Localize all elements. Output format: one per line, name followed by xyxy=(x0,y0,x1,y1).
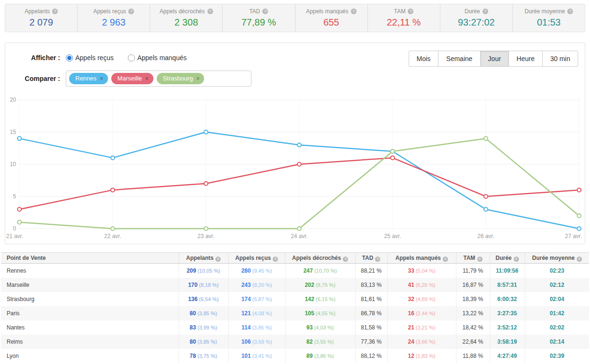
x-tick-label: 21 avr. xyxy=(6,233,23,240)
info-icon[interactable] xyxy=(408,9,413,14)
tag-remove-icon[interactable] xyxy=(196,76,199,81)
stat-label-text: Appels reçus xyxy=(93,8,126,15)
info-icon[interactable] xyxy=(514,257,519,262)
data-point-marseille[interactable] xyxy=(111,188,115,192)
tag-label: Marseille xyxy=(117,75,142,81)
cell-point-de-vente: Nantes xyxy=(1,320,179,335)
radio-option[interactable]: Appels reçus xyxy=(66,54,114,62)
tag-label: Strasbourg xyxy=(163,75,193,81)
cell-point-de-vente: Marseille xyxy=(1,278,179,292)
stat-label-text: TAD xyxy=(249,8,260,15)
data-point-rennes[interactable] xyxy=(577,227,581,231)
data-point-strasbourg[interactable] xyxy=(111,227,115,231)
data-point-rennes[interactable] xyxy=(484,207,488,211)
value-main: 80 xyxy=(190,338,196,345)
compare-tag[interactable]: Strasbourg xyxy=(157,73,205,84)
data-point-marseille[interactable] xyxy=(577,188,581,192)
value-main: 41 xyxy=(408,282,414,288)
data-point-rennes[interactable] xyxy=(297,143,301,147)
info-icon[interactable] xyxy=(52,9,58,14)
column-header-appels-d-croch-s: Appels décrochés xyxy=(285,253,355,264)
column-header-dur-e-moyenne: Durée moyenne xyxy=(525,253,589,264)
data-point-strasbourg[interactable] xyxy=(204,227,208,231)
data-point-marseille[interactable] xyxy=(484,195,488,198)
data-point-marseille[interactable] xyxy=(391,156,394,160)
data-point-strasbourg[interactable] xyxy=(577,214,581,218)
table-header: Point de VenteAppelantsAppels reçusAppel… xyxy=(1,253,589,264)
cell-duree-moyenne: 02:23 xyxy=(525,264,589,278)
x-tick-label: 23 avr. xyxy=(197,233,215,240)
info-icon[interactable] xyxy=(443,257,448,262)
data-point-marseille[interactable] xyxy=(297,162,301,166)
info-icon[interactable] xyxy=(577,257,582,262)
column-header-label: Durée xyxy=(495,255,511,261)
radio-button-selected[interactable] xyxy=(66,54,73,62)
data-point-strasbourg[interactable] xyxy=(18,220,21,224)
value-main: 12 xyxy=(408,353,414,359)
info-icon[interactable] xyxy=(273,257,278,262)
info-icon[interactable] xyxy=(477,257,483,262)
period-button-group: MoisSemaineJourHeure30 min xyxy=(409,51,578,67)
period-button-semaine[interactable]: Semaine xyxy=(438,51,480,67)
data-point-rennes[interactable] xyxy=(111,156,115,160)
data-point-strasbourg[interactable] xyxy=(391,150,394,153)
radio-label: Appels reçus xyxy=(75,54,114,62)
tag-remove-icon[interactable] xyxy=(100,76,103,81)
stat-cell: Durée moyenne01:53 xyxy=(513,4,585,32)
value-percent: (6,15 %) xyxy=(316,296,336,302)
table-row: Marseille170(8,18 %)243(8,20 %)202(8,75 … xyxy=(1,278,589,292)
y-tick-label: 5 xyxy=(13,193,16,200)
period-button-jour[interactable]: Jour xyxy=(480,51,509,67)
column-header-point-de-vente: Point de Vente xyxy=(1,253,179,264)
radio-button[interactable] xyxy=(128,54,135,62)
info-icon[interactable] xyxy=(343,257,348,262)
info-icon[interactable] xyxy=(375,257,380,262)
compare-tag[interactable]: Rennes xyxy=(69,73,108,84)
value-percent: (3,58 %) xyxy=(252,339,272,345)
info-icon[interactable] xyxy=(207,9,213,14)
stat-label: Appels décrochés xyxy=(160,8,213,15)
period-button-mois[interactable]: Mois xyxy=(409,51,439,67)
stat-cell: Appels reçus2 963 xyxy=(78,4,150,32)
data-point-rennes[interactable] xyxy=(18,137,21,141)
info-icon[interactable] xyxy=(128,9,134,14)
cell-appels-decroches: 93(4,03 %) xyxy=(285,320,355,335)
data-point-strasbourg[interactable] xyxy=(297,227,301,231)
radio-option[interactable]: Appels manqués xyxy=(128,54,187,62)
info-icon[interactable] xyxy=(262,9,268,14)
stat-label-text: Durée moyenne xyxy=(525,8,565,15)
compare-tag[interactable]: Marseille xyxy=(111,73,153,84)
cell-tam: 13,22 % xyxy=(456,306,490,320)
period-button-heure[interactable]: Heure xyxy=(509,51,543,67)
period-button-30-min[interactable]: 30 min xyxy=(542,51,578,67)
stat-value: 2 963 xyxy=(102,17,125,28)
data-point-strasbourg[interactable] xyxy=(484,137,488,141)
value-percent: (1,83 %) xyxy=(416,353,436,359)
info-icon[interactable] xyxy=(567,9,573,14)
info-icon[interactable] xyxy=(483,9,488,14)
stat-label-text: Appelants xyxy=(25,8,50,15)
cell-duree: 4:27:49 xyxy=(490,349,525,363)
cell-duree-moyenne: 01:42 xyxy=(525,306,589,320)
tag-remove-icon[interactable] xyxy=(145,76,149,81)
radio-label: Appels manqués xyxy=(137,54,187,62)
comparer-label: Comparer : xyxy=(22,75,60,82)
info-icon[interactable] xyxy=(351,9,357,14)
value-main: 89 xyxy=(306,353,313,359)
cell-duree: 3:52:12 xyxy=(490,320,525,335)
info-icon[interactable] xyxy=(215,257,221,262)
data-point-marseille[interactable] xyxy=(18,207,21,211)
y-tick-label: 10 xyxy=(10,161,17,168)
cell-tam: 18,42 % xyxy=(456,320,490,335)
compare-tag-input[interactable]: RennesMarseilleStrasbourg xyxy=(66,71,251,87)
column-header-label: Appelants xyxy=(186,255,214,261)
stat-value: 01:53 xyxy=(537,17,561,28)
table-row: Lyon78(3,75 %)101(3,41 %)89(3,86 %)88,12… xyxy=(1,349,589,363)
cell-duree-moyenne: 02:39 xyxy=(525,349,589,363)
data-point-marseille[interactable] xyxy=(204,182,208,186)
cell-point-de-vente: Reims xyxy=(1,335,179,349)
data-point-rennes[interactable] xyxy=(204,130,208,134)
stat-value: 77,89 % xyxy=(241,17,276,28)
value-percent: (3,55 %) xyxy=(314,339,334,345)
cell-appels-manques: 16(2,44 %) xyxy=(387,306,456,320)
